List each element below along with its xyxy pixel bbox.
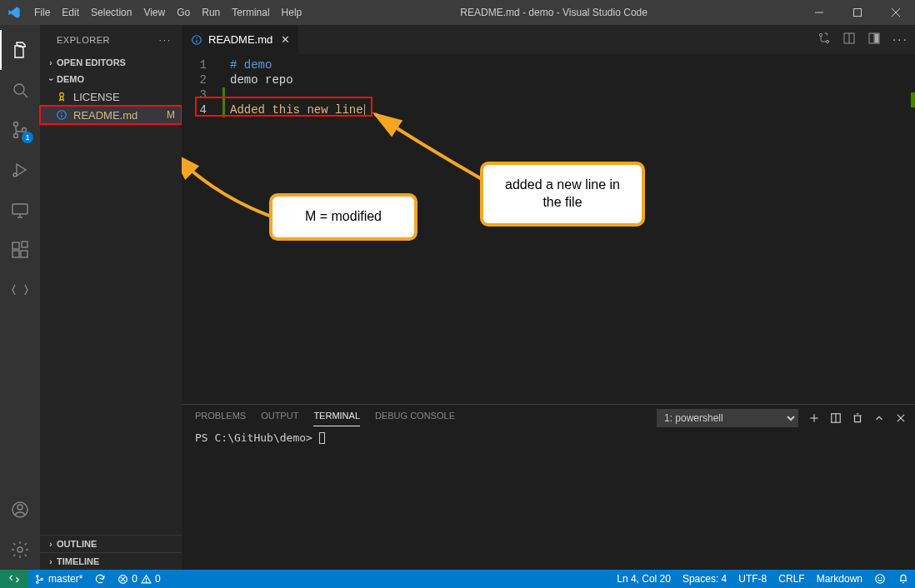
status-bar: master* 0 0 Ln 4, Col 20 Spaces: 4 UTF-8… xyxy=(0,570,915,588)
more-actions-icon[interactable]: ··· xyxy=(892,32,908,47)
panel-tab-debug-console[interactable]: DEBUG CONSOLE xyxy=(375,411,455,426)
svg-rect-16 xyxy=(21,251,28,257)
activity-source-control[interactable]: 1 xyxy=(0,110,40,150)
kill-terminal-icon[interactable] xyxy=(852,412,863,424)
window-minimize-button[interactable] xyxy=(800,0,838,25)
new-terminal-icon[interactable] xyxy=(808,412,820,424)
menu-selection[interactable]: Selection xyxy=(85,0,138,25)
activity-search[interactable] xyxy=(0,70,40,110)
svg-rect-1 xyxy=(854,9,862,17)
svg-point-49 xyxy=(146,581,147,581)
panel-tab-problems[interactable]: PROBLEMS xyxy=(195,411,246,426)
info-file-icon xyxy=(190,33,203,47)
status-encoding[interactable]: UTF-8 xyxy=(732,570,772,588)
status-errors-count: 0 xyxy=(132,573,138,585)
svg-point-42 xyxy=(37,575,38,576)
explorer-more-icon[interactable]: ··· xyxy=(159,35,172,45)
activity-settings[interactable] xyxy=(0,530,40,570)
status-notifications-icon[interactable] xyxy=(892,570,915,588)
vscode-logo-icon xyxy=(0,6,28,19)
code-line-1: # demo xyxy=(230,57,915,72)
activity-bar: 1 xyxy=(0,25,40,570)
maximize-panel-icon[interactable] xyxy=(873,412,885,424)
tab-close-icon[interactable]: ✕ xyxy=(281,33,290,46)
menu-edit[interactable]: Edit xyxy=(56,0,85,25)
activity-remote-explorer[interactable] xyxy=(0,190,40,230)
menu-file[interactable]: File xyxy=(28,0,56,25)
svg-rect-14 xyxy=(12,242,19,249)
svg-point-24 xyxy=(61,112,62,113)
editor-actions: ··· xyxy=(811,25,915,54)
timeline-section[interactable]: › TIMELINE xyxy=(40,552,182,570)
activity-run-debug[interactable] xyxy=(0,150,40,190)
status-eol[interactable]: CRLF xyxy=(772,570,810,588)
svg-point-27 xyxy=(196,37,197,37)
menu-help[interactable]: Help xyxy=(276,0,308,25)
timeline-label: TIMELINE xyxy=(57,556,99,566)
code-line-2: demo repo xyxy=(230,72,915,87)
folder-section[interactable]: › DEMO xyxy=(40,71,182,87)
status-sync[interactable] xyxy=(88,570,112,588)
file-row-readme[interactable]: README.md M xyxy=(40,106,182,124)
svg-point-50 xyxy=(876,575,885,584)
svg-marker-9 xyxy=(17,164,26,176)
window-maximize-button[interactable] xyxy=(838,0,877,25)
status-line-col[interactable]: Ln 4, Col 20 xyxy=(611,570,677,588)
split-terminal-icon[interactable] xyxy=(830,412,842,424)
svg-line-5 xyxy=(23,93,28,97)
panel-tab-terminal[interactable]: TERMINAL xyxy=(313,411,360,426)
activity-azure[interactable] xyxy=(0,270,40,310)
svg-point-43 xyxy=(37,581,38,583)
svg-rect-17 xyxy=(22,242,28,247)
status-git-branch[interactable]: master* xyxy=(28,570,88,588)
activity-accounts[interactable] xyxy=(0,490,40,530)
window-close-button[interactable] xyxy=(877,0,915,25)
explorer-sidebar: EXPLORER ··· › OPEN EDITORS › DEMO LICEN… xyxy=(40,25,182,570)
close-panel-icon[interactable] xyxy=(895,412,907,424)
svg-point-6 xyxy=(14,122,18,127)
open-editors-section[interactable]: › OPEN EDITORS xyxy=(40,54,182,71)
status-language[interactable]: Markdown xyxy=(811,570,868,588)
editor-tab-bar: README.md ✕ ··· xyxy=(182,25,915,54)
editor-tab-readme[interactable]: README.md ✕ xyxy=(182,25,299,54)
outline-label: OUTLINE xyxy=(57,539,97,549)
file-name: README.md xyxy=(73,109,138,122)
svg-rect-34 xyxy=(874,33,878,42)
editor-area: README.md ✕ ··· 1234 # demo demo repo Ad… xyxy=(182,25,915,570)
status-remote-button[interactable] xyxy=(0,570,28,588)
svg-point-10 xyxy=(13,173,17,177)
split-editor-icon[interactable] xyxy=(868,32,881,48)
menu-bar: File Edit Selection View Go Run Terminal… xyxy=(28,0,308,25)
activity-explorer[interactable] xyxy=(0,30,40,70)
compare-changes-icon[interactable] xyxy=(818,32,831,48)
svg-rect-11 xyxy=(12,204,28,214)
text-editor[interactable]: 1234 # demo demo repo Added this new lin… xyxy=(182,54,915,404)
menu-terminal[interactable]: Terminal xyxy=(226,0,275,25)
open-preview-icon[interactable] xyxy=(842,32,856,48)
bottom-panel: PROBLEMS OUTPUT TERMINAL DEBUG CONSOLE 1… xyxy=(182,404,915,570)
chevron-down-icon: › xyxy=(47,73,56,85)
terminal-body[interactable]: PS C:\GitHub\demo> xyxy=(182,431,915,570)
open-editors-label: OPEN EDITORS xyxy=(57,57,126,67)
panel-tab-output[interactable]: OUTPUT xyxy=(261,411,298,426)
status-indent[interactable]: Spaces: 4 xyxy=(677,570,732,588)
terminal-cursor xyxy=(319,432,325,444)
svg-point-21 xyxy=(60,92,64,97)
svg-point-20 xyxy=(18,547,22,552)
license-file-icon xyxy=(55,90,68,103)
annotation-highlight-box xyxy=(195,97,372,117)
file-row-license[interactable]: LICENSE xyxy=(40,87,182,106)
menu-run[interactable]: Run xyxy=(196,0,226,25)
outline-section[interactable]: › OUTLINE xyxy=(40,535,182,552)
menu-view[interactable]: View xyxy=(138,0,171,25)
file-status-modified: M xyxy=(167,109,175,121)
status-feedback-icon[interactable] xyxy=(868,570,892,588)
status-branch-label: master* xyxy=(48,573,82,585)
status-problems[interactable]: 0 0 xyxy=(112,570,166,588)
menu-go[interactable]: Go xyxy=(171,0,196,25)
chevron-right-icon: › xyxy=(45,58,57,67)
minimap-change-indicator xyxy=(911,92,915,107)
activity-extensions[interactable] xyxy=(0,230,40,270)
folder-label: DEMO xyxy=(57,74,84,84)
terminal-shell-select[interactable]: 1: powershell xyxy=(657,409,798,427)
